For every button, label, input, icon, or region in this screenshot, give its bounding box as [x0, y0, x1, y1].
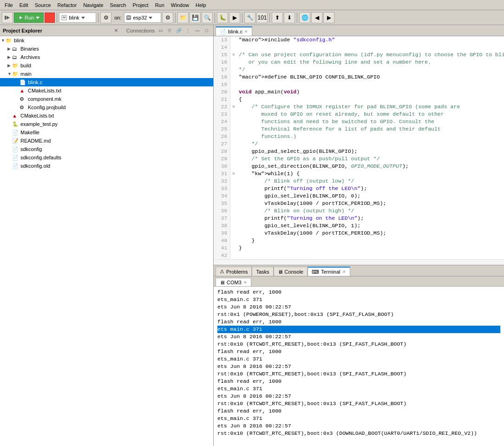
device-dropdown[interactable]: esp32 — [124, 13, 161, 23]
toolbar-btn-11[interactable]: ◀ — [311, 12, 322, 23]
fold-icon[interactable]: ⊖ — [230, 103, 237, 111]
terminal-icon: ⌨ — [312, 269, 319, 275]
console-icon: 🖥 — [278, 269, 283, 275]
line-code: or you can edit the following line and s… — [237, 59, 431, 66]
line-number: 15 — [214, 51, 230, 59]
tab-problems[interactable]: ⚠ Problems — [216, 267, 252, 276]
code-line-27: 27 */ — [214, 140, 504, 148]
back-button[interactable] — [2, 12, 13, 23]
menu-run[interactable]: Run — [152, 1, 167, 9]
fold-icon — [230, 244, 237, 252]
project-explorer-title: Project Explorer — [3, 28, 112, 33]
terminal-content[interactable]: flash read err, 1000ets_main.c 371ets Ju… — [214, 287, 504, 446]
code-line-25: 25 Technical Reference for a list of pad… — [214, 125, 504, 133]
link-btn[interactable]: 🔗 — [175, 27, 183, 34]
fold-icon — [230, 207, 237, 215]
tree-item-cmakelists-main[interactable]: ▲ CMakeLists.txt — [0, 86, 213, 95]
toolbar-btn-6[interactable]: 🔧 — [244, 12, 255, 23]
tree-item-sdkconfig-old[interactable]: 📄 sdkconfig.old — [0, 162, 213, 170]
svg-rect-5 — [47, 15, 52, 20]
menu-search[interactable]: Search — [107, 1, 129, 9]
more-btn[interactable]: ⋮ — [184, 27, 192, 34]
toolbar-btn-1[interactable]: 📁 — [177, 12, 189, 23]
tree-item-build[interactable]: ▶ 📁 build — [0, 61, 213, 70]
on-label: on: — [112, 15, 123, 20]
menu-edit[interactable]: Edit — [17, 1, 31, 9]
maximize-btn[interactable]: □ — [203, 27, 210, 34]
fold-icon — [230, 185, 237, 192]
code-line-31: 31⊖ "kw">while(1) { — [214, 170, 504, 177]
expand-icon-main: ▼ — [7, 72, 12, 76]
tree-item-readme[interactable]: 📝 README.md — [0, 137, 213, 145]
sdkconfig-icon: 📄 — [12, 146, 20, 152]
project-explorer-x[interactable]: ✕ — [114, 28, 118, 33]
toolbar-btn-10[interactable]: 🌐 — [299, 12, 310, 23]
device-settings-button[interactable]: ⚙ — [162, 12, 173, 23]
menu-refactor[interactable]: Refactor — [55, 1, 80, 9]
svg-marker-0 — [7, 16, 10, 20]
filter-btn[interactable]: ▽ — [166, 27, 173, 34]
line-number: 14 — [214, 44, 230, 51]
toolbar-btn-5[interactable]: ▶ — [229, 12, 240, 23]
line-code: functions and need to be switched to GPI… — [237, 118, 434, 125]
connections-label[interactable]: Connections — [126, 28, 155, 33]
tree-item-sdkconfig-defaults[interactable]: 📄 sdkconfig.defaults — [0, 153, 213, 162]
fold-icon — [230, 66, 237, 73]
menu-source[interactable]: Source — [32, 1, 54, 9]
toolbar-btn-2[interactable]: 💾 — [190, 12, 201, 23]
tab-terminal[interactable]: ⌨ Terminal ✕ — [308, 267, 350, 276]
tab-blink-c[interactable]: 📄 blink.c ✕ — [216, 26, 252, 36]
line-code: gpio_set_level(BLINK_GPIO, 1); — [237, 222, 360, 230]
code-line-15: 15⊖/* Can use project configuration menu… — [214, 51, 504, 59]
tree-item-makefile[interactable]: 📄 Makefile — [0, 128, 213, 137]
com3-x-icon[interactable]: ✕ — [243, 280, 247, 285]
toolbar-btn-7[interactable]: 101 — [256, 12, 268, 23]
fold-icon[interactable]: ⊖ — [230, 51, 237, 59]
stop-button[interactable] — [45, 13, 55, 23]
minimize2-btn[interactable]: — — [194, 27, 201, 34]
code-line-20: 20void app_main(void) — [214, 88, 504, 96]
svg-rect-8 — [63, 18, 65, 18]
terminal-tab-com3[interactable]: 🖥 COM3 ✕ — [216, 278, 251, 286]
menu-help[interactable]: Help — [193, 1, 209, 9]
settings-button[interactable]: ⚙ — [100, 12, 111, 23]
toolbar-btn-3[interactable]: 🔍 — [202, 12, 213, 23]
code-editor[interactable]: 13"macro">#include "sdkconfig.h"1415⊖/* … — [214, 36, 504, 259]
fold-icon — [230, 252, 237, 259]
sdkconfig-label: sdkconfig — [20, 146, 42, 152]
menu-project[interactable]: Project — [130, 1, 151, 9]
tree-item-blink-c[interactable]: 📄 blink.c — [0, 78, 213, 86]
tab-tasks[interactable]: Tasks — [252, 267, 273, 276]
tab-close-icon[interactable]: ✕ — [244, 29, 248, 34]
tree-item-kconfig[interactable]: ⚙ Kconfig.projbuild — [0, 103, 213, 112]
terminal-line: rst:0x1 (POWERON_RESET),boot:0x13 (SPI_F… — [217, 311, 500, 318]
minimize-btn[interactable]: ▭ — [157, 27, 164, 34]
toolbar-btn-8[interactable]: ⬆ — [272, 12, 283, 23]
code-line-33: 33 printf("Turning off the LED\n"); — [214, 185, 504, 192]
terminal-line: flash read err, 1000 — [217, 348, 500, 355]
tree-item-example-test[interactable]: 🐍 example_test.py — [0, 120, 213, 128]
run-button[interactable]: Run — [14, 13, 44, 23]
tree-item-blink[interactable]: ▼ 📁 blink — [0, 36, 213, 45]
tree-item-component-mk[interactable]: ⚙ component.mk — [0, 95, 213, 103]
tab-console[interactable]: 🖥 Console — [274, 267, 308, 276]
tree-item-cmakelists-root[interactable]: ▲ CMakeLists.txt — [0, 112, 213, 120]
line-code — [237, 252, 239, 259]
menu-window[interactable]: Window — [168, 1, 192, 9]
tree-item-binaries[interactable]: ▶ 🗂 Binaries — [0, 45, 213, 53]
svg-rect-7 — [63, 17, 65, 17]
menu-file[interactable]: File — [2, 1, 16, 9]
menu-navigate[interactable]: Navigate — [80, 1, 106, 9]
sep4 — [215, 13, 215, 23]
line-code — [237, 81, 239, 88]
tree-item-sdkconfig[interactable]: 📄 sdkconfig — [0, 145, 213, 153]
toolbar-btn-4[interactable]: 🐛 — [217, 12, 228, 23]
fold-icon[interactable]: ⊖ — [230, 170, 237, 177]
horizontal-scrollbar[interactable] — [214, 259, 504, 265]
toolbar-btn-9[interactable]: ⬇ — [284, 12, 295, 23]
terminal-x-icon[interactable]: ✕ — [342, 269, 346, 274]
build-config-dropdown[interactable]: blink — [59, 13, 96, 23]
toolbar-btn-12[interactable]: ▶ — [323, 12, 334, 23]
tree-item-main[interactable]: ▼ 📁 main — [0, 70, 213, 78]
tree-item-archives[interactable]: ▶ 🗂 Archives — [0, 53, 213, 61]
